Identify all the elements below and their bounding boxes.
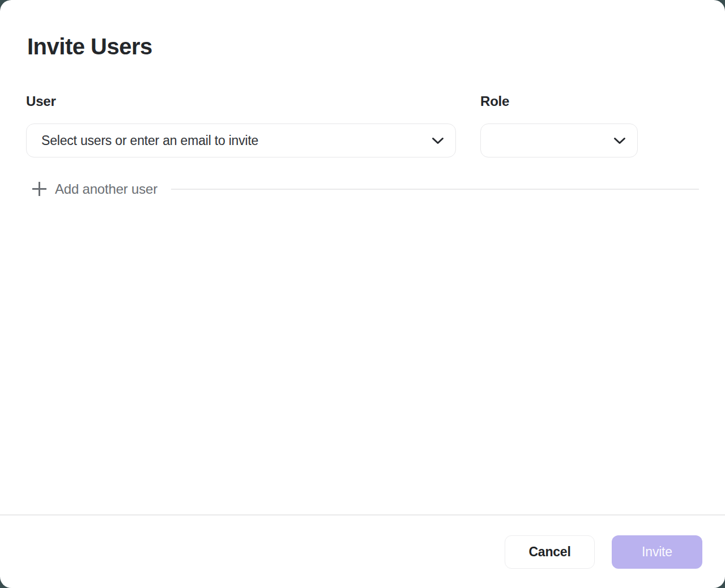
invite-users-modal: Invite Users User Select users or enter …: [0, 0, 725, 588]
role-select[interactable]: [480, 123, 638, 157]
user-select[interactable]: Select users or enter an email to invite: [26, 123, 456, 157]
role-field: Role: [480, 93, 638, 157]
add-another-user-label: Add another user: [55, 181, 157, 197]
invite-fields-row: User Select users or enter an email to i…: [26, 93, 699, 157]
page-title: Invite Users: [27, 34, 699, 59]
plus-icon: [31, 181, 48, 197]
modal-footer: Cancel Invite: [0, 515, 725, 588]
user-select-placeholder: Select users or enter an email to invite: [41, 133, 258, 148]
modal-body: Invite Users User Select users or enter …: [0, 0, 725, 514]
role-field-label: Role: [480, 93, 638, 109]
user-field-label: User: [26, 93, 456, 109]
add-another-user-button[interactable]: Add another user: [26, 181, 157, 197]
user-field: User Select users or enter an email to i…: [26, 93, 456, 157]
add-another-user-row: Add another user: [26, 181, 699, 197]
add-row-divider: [171, 189, 699, 190]
cancel-button[interactable]: Cancel: [505, 535, 595, 569]
invite-button[interactable]: Invite: [612, 535, 702, 569]
chevron-down-icon: [432, 137, 444, 144]
chevron-down-icon: [613, 137, 626, 144]
